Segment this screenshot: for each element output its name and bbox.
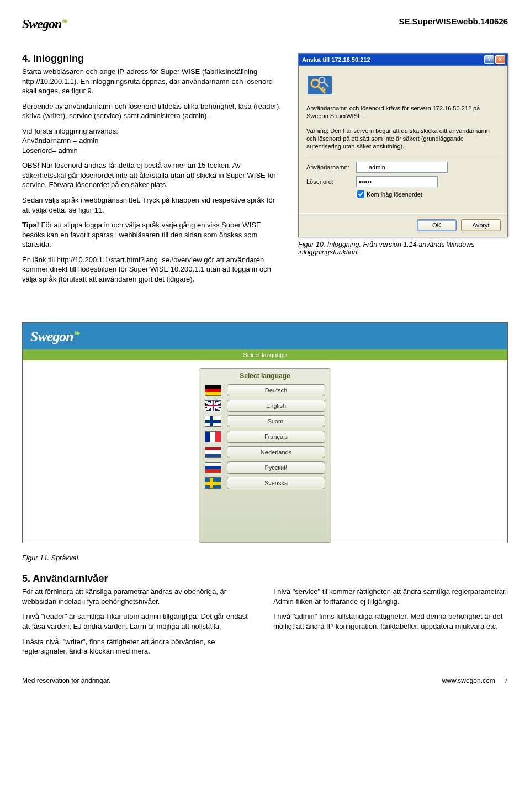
document-id: SE.SuperWISEwebb.140626 [399, 17, 508, 26]
lang-svenska-button[interactable]: Svenska [227, 477, 325, 489]
lang-russkij-button[interactable]: Русский [227, 461, 325, 474]
lang-deutsch-button[interactable]: Deutsch [227, 384, 325, 396]
username-input[interactable] [356, 162, 448, 173]
body-text: Starta webbläsaren och ange IP-adress fö… [22, 67, 282, 96]
help-icon[interactable]: ? [484, 55, 494, 64]
flag-ru-icon [205, 462, 221, 473]
body-text: Tips! Tips! För att slippa logga in och … [22, 220, 282, 250]
body-text: Sedan väljs språk i webbgränssnittet. Tr… [22, 195, 282, 215]
body-text: OBS! När lösenord ändras får detta ej be… [22, 161, 282, 190]
lang-francais-button[interactable]: Français [227, 431, 325, 443]
body-text: Vid första inloggning används: Användarn… [22, 126, 282, 156]
language-select-screenshot: Swegon❧ Select language Select language … [22, 322, 508, 543]
username-label: Användarnamn: [306, 164, 356, 171]
swegon-logo: Swegon❧ [30, 328, 80, 349]
body-text: Beroende av användarnamn och lösenord ti… [22, 102, 282, 121]
dialog-warning: Varning: Den här servern begär att du sk… [306, 127, 500, 151]
select-language-bar: Select language [23, 349, 507, 360]
lang-english-button[interactable]: English [227, 400, 325, 412]
cancel-button[interactable]: Avbryt [461, 219, 501, 231]
body-text: I nivå "admin" finns fullständiga rättig… [273, 612, 508, 631]
leaf-icon: ❧ [61, 17, 67, 25]
flag-nl-icon [205, 447, 221, 458]
dialog-titlebar: Anslut till 172.16.50.212 ? × [299, 54, 507, 66]
body-text: En länk till http://10.200.1.1/start.htm… [22, 255, 282, 284]
page-header: Swegon❧ SE.SuperWISEwebb.140626 [22, 17, 508, 36]
flag-de-icon [205, 385, 221, 396]
keys-icon [306, 72, 333, 99]
lang-suomi-button[interactable]: Suomi [227, 415, 325, 427]
page-footer: Med reservation för ändringar. www.swego… [22, 673, 508, 684]
section-4-heading: 4. Inloggning [22, 53, 282, 65]
swegon-logo: Swegon❧ [22, 17, 67, 31]
leaf-icon: ❧ [73, 329, 80, 337]
language-panel: Select language Deutsch English Suomi Fr… [199, 368, 331, 543]
password-label: Lösenord: [306, 178, 356, 185]
password-input[interactable] [356, 176, 438, 187]
body-text: För att förhindra att känsliga parametra… [22, 587, 257, 606]
page-number: 7 [504, 677, 508, 684]
flag-fi-icon [205, 416, 221, 427]
lang-nederlands-button[interactable]: Nederlands [227, 446, 325, 458]
remember-checkbox[interactable] [357, 190, 364, 198]
footer-disclaimer: Med reservation för ändringar. [22, 677, 110, 684]
login-dialog: Anslut till 172.16.50.212 ? × [298, 53, 508, 237]
body-text: I nivå "reader" är samtliga flikar utom … [22, 612, 257, 631]
flag-uk-icon [205, 400, 221, 411]
close-icon[interactable]: × [495, 55, 505, 64]
dialog-title: Anslut till 172.16.50.212 [301, 56, 370, 63]
flag-se-icon [205, 477, 221, 489]
flag-fr-icon [205, 431, 221, 442]
section-5-heading: 5. Användarnivåer [22, 573, 508, 585]
body-text: I nästa nivå, "writer", finns rättighete… [22, 637, 257, 656]
panel-title: Select language [205, 372, 325, 380]
body-text: I nivå "service" tillkommer rättigheten … [273, 587, 508, 606]
footer-url: www.swegon.com [442, 677, 495, 684]
ok-button[interactable]: OK [417, 219, 457, 231]
figure-10-caption: Figur 10. Inloggning. Från version 1.14 … [298, 241, 508, 256]
figure-11-caption: Figur 11. Språkval. [22, 554, 508, 562]
remember-label: Kom ihåg lösenordet [367, 191, 422, 198]
dialog-message: Användarnamn och lösenord krävs för serv… [306, 104, 500, 120]
